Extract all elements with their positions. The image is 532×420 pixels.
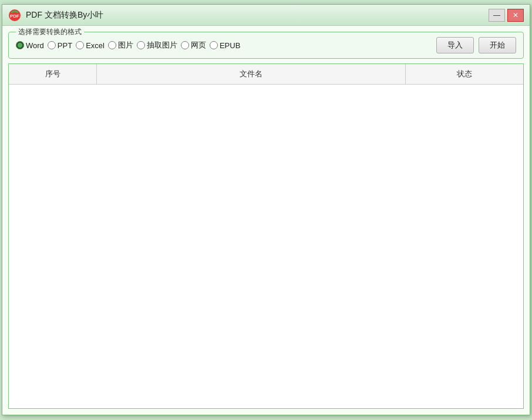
format-group: 选择需要转换的格式 Word PPT Excel [8, 32, 524, 59]
radio-extract-label: 抽取图片 [147, 40, 177, 51]
format-option-image[interactable]: 图片 [108, 40, 133, 51]
radio-extract[interactable] [137, 41, 145, 49]
radio-excel-label: Excel [86, 41, 105, 50]
format-option-excel[interactable]: Excel [76, 41, 105, 50]
radio-epub-label: EPUB [220, 41, 240, 50]
radio-word-label: Word [26, 41, 44, 50]
table-header: 序号 文件名 状态 [9, 64, 523, 85]
content-area: 选择需要转换的格式 Word PPT Excel [2, 26, 530, 415]
radio-image[interactable] [108, 41, 116, 49]
radio-word[interactable] [16, 41, 24, 49]
table-body [9, 85, 523, 408]
format-option-webpage[interactable]: 网页 [181, 40, 206, 51]
start-button[interactable]: 开始 [479, 37, 516, 53]
file-table: 序号 文件名 状态 [8, 63, 524, 409]
format-options: Word PPT Excel 图片 [16, 37, 516, 53]
format-option-extract[interactable]: 抽取图片 [137, 40, 177, 51]
radio-ppt-label: PPT [58, 41, 72, 50]
title-bar: PDF PDF 文档转换By小叶 — ✕ [2, 5, 530, 26]
radio-image-label: 图片 [118, 40, 133, 51]
minimize-button[interactable]: — [489, 9, 505, 22]
close-button[interactable]: ✕ [507, 9, 524, 22]
format-option-word[interactable]: Word [16, 41, 44, 50]
main-window: PDF PDF 文档转换By小叶 — ✕ 选择需要转换的格式 Word [2, 4, 530, 415]
column-header-filename: 文件名 [97, 64, 406, 84]
format-group-legend: 选择需要转换的格式 [16, 27, 84, 37]
radio-ppt[interactable] [48, 41, 56, 49]
format-option-epub[interactable]: EPUB [210, 41, 240, 50]
radio-excel[interactable] [76, 41, 84, 49]
app-icon: PDF [8, 9, 21, 22]
column-header-index: 序号 [9, 64, 97, 84]
column-header-status: 状态 [406, 64, 523, 84]
window-title: PDF 文档转换By小叶 [26, 10, 489, 21]
import-button[interactable]: 导入 [436, 37, 474, 53]
radio-epub[interactable] [210, 41, 218, 49]
window-controls: — ✕ [489, 9, 524, 22]
toolbar-buttons: 导入 开始 [436, 37, 516, 53]
radio-webpage[interactable] [181, 41, 189, 49]
radio-webpage-label: 网页 [191, 40, 206, 51]
format-option-ppt[interactable]: PPT [48, 41, 72, 50]
svg-text:PDF: PDF [10, 14, 19, 19]
